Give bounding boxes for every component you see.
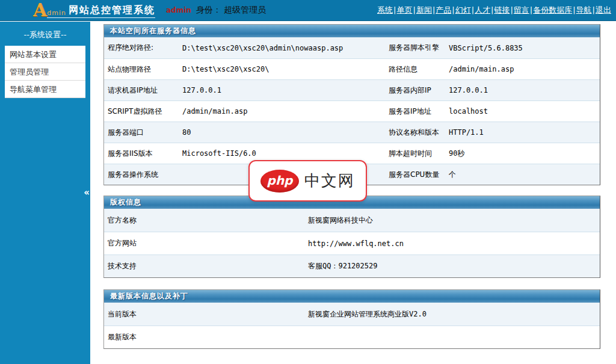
table-row: 服务器端口80协议名称和版本HTTP/1.1 xyxy=(104,122,600,143)
sidebar: --系统设置-- 网站基本设置管理员管理导航菜单管理 « xyxy=(0,22,90,364)
sidebar-menu: 网站基本设置管理员管理导航菜单管理 xyxy=(5,46,85,98)
nav-separator: | xyxy=(593,5,595,14)
row-label: 程序绝对路径: xyxy=(104,43,179,53)
table-row: 请求机器IP地址127.0.0.1服务器内部IP127.0.0.1 xyxy=(104,79,600,100)
row-value: D:\test\xsc20\xsc20\admin\nowaasp.asp xyxy=(179,44,385,52)
sidebar-item-2[interactable]: 导航菜单管理 xyxy=(5,81,85,98)
sidebar-item-1[interactable]: 管理员管理 xyxy=(5,63,85,81)
section-1: 版权信息官方名称新视窗网络科技中心官方网站http://www.wflq.net… xyxy=(103,196,600,278)
nav-separator: | xyxy=(452,5,454,14)
sidebar-item-0[interactable]: 网站基本设置 xyxy=(5,46,85,63)
row-value: http://www.wflq.net.cn xyxy=(304,239,600,248)
user-info: admin 身份： 超级管理员 xyxy=(166,5,266,16)
nav-separator: | xyxy=(510,5,513,14)
row-value: 新视窗企业网站管理系统商业版V2.0 xyxy=(304,309,600,319)
table-row: 当前版本新视窗企业网站管理系统商业版V2.0 xyxy=(104,303,600,325)
row-label: 服务器操作系统 xyxy=(104,170,179,180)
top-bar: A dmin 网站总控管理系统 admin 身份： 超级管理员 系统|单页|新闻… xyxy=(0,0,616,21)
php-logo-text: php xyxy=(267,174,293,188)
nav-separator: | xyxy=(413,5,415,14)
row-label: 当前版本 xyxy=(104,309,304,319)
php-logo-icon: php xyxy=(260,170,299,193)
row-label: 官方网站 xyxy=(104,238,304,248)
top-nav-link-7[interactable]: 留言 xyxy=(514,5,529,14)
sidebar-section-title: --系统设置-- xyxy=(0,22,90,46)
row-value: 90秒 xyxy=(445,149,600,159)
row-label: 服务器端口 xyxy=(104,128,179,138)
row-label: 技术支持 xyxy=(104,261,304,271)
row-value: 个 xyxy=(445,170,600,180)
row-label: 服务器内部IP xyxy=(385,85,445,96)
section-2: 最新版本信息以及补丁当前版本新视窗企业网站管理系统商业版V2.0最新版本 xyxy=(103,289,600,349)
table-row: SCRIPT虚拟路径/admin/main.asp服务器IP地址localhos… xyxy=(104,100,600,122)
nav-separator: | xyxy=(491,5,493,14)
row-label: 官方名称 xyxy=(104,215,304,226)
row-value: HTTP/1.1 xyxy=(445,128,600,137)
row-label: 服务器CPU数量 xyxy=(385,170,445,180)
table-row: 官方名称新视窗网络科技中心 xyxy=(104,209,600,232)
row-value: localhost xyxy=(445,107,600,116)
section-title: 最新版本信息以及补丁 xyxy=(104,290,600,303)
top-nav-link-8[interactable]: 备份数据库 xyxy=(533,5,572,14)
row-label: 服务器脚本引擎 xyxy=(385,43,445,53)
app-title: 网站总控管理系统 xyxy=(69,4,155,17)
nav-separator: | xyxy=(573,5,575,14)
nav-separator: | xyxy=(433,5,435,14)
row-label: 最新版本 xyxy=(104,332,304,342)
top-nav-link-0[interactable]: 系统 xyxy=(377,5,393,14)
identity-value: 超级管理员 xyxy=(224,5,266,16)
top-nav: 系统|单页|新闻|产品|幻灯|人才|链接|留言|备份数据库|导航|退出 xyxy=(377,5,611,16)
app-logo: A dmin 网站总控管理系统 xyxy=(33,2,155,18)
current-username: admin xyxy=(166,6,191,14)
identity-label: 身份： xyxy=(196,5,221,16)
row-value: /admin/main.asp xyxy=(179,107,385,116)
table-row: 程序绝对路径:D:\test\xsc20\xsc20\admin\nowaasp… xyxy=(104,37,600,58)
row-value: Microsoft-IIS/6.0 xyxy=(179,149,385,158)
nav-separator: | xyxy=(472,5,474,14)
sidebar-collapse-icon[interactable]: « xyxy=(84,188,90,197)
top-nav-link-4[interactable]: 幻灯 xyxy=(455,5,471,14)
php-cn-watermark: php 中文网 xyxy=(248,160,367,202)
table-row: 技术支持客服QQ：921202529 xyxy=(104,254,600,277)
top-nav-link-6[interactable]: 链接 xyxy=(494,5,510,14)
nav-separator: | xyxy=(530,5,532,14)
row-label: 服务器IIS版本 xyxy=(104,149,179,159)
row-label: 脚本超时时间 xyxy=(385,149,445,159)
row-value: VBScript/5.6.8835 xyxy=(445,44,600,52)
row-label: 请求机器IP地址 xyxy=(104,85,179,96)
logo-letter-a: A xyxy=(33,2,47,18)
nav-separator: | xyxy=(393,5,396,14)
logo-dmin-text: dmin xyxy=(47,9,66,17)
table-row: 最新版本 xyxy=(104,325,600,348)
top-nav-link-9[interactable]: 导航 xyxy=(576,5,592,14)
top-nav-link-5[interactable]: 人才 xyxy=(475,5,490,14)
section-title: 本站空间所在服务器信息 xyxy=(104,25,600,37)
top-nav-link-10[interactable]: 退出 xyxy=(596,5,611,14)
row-label: 服务器IP地址 xyxy=(385,106,445,117)
row-label: 路径信息 xyxy=(385,64,445,75)
top-nav-link-1[interactable]: 单页 xyxy=(396,5,412,14)
row-value: /admin/main.asp xyxy=(445,65,600,73)
table-row: 站点物理路径D:\test\xsc20\xsc20\路径信息/admin/mai… xyxy=(104,58,600,79)
watermark-text: 中文网 xyxy=(304,170,355,191)
row-value: D:\test\xsc20\xsc20\ xyxy=(179,65,385,73)
row-value: 127.0.0.1 xyxy=(445,86,600,94)
row-label: SCRIPT虚拟路径 xyxy=(104,106,179,117)
row-value: 80 xyxy=(179,128,385,137)
top-nav-link-2[interactable]: 新闻 xyxy=(416,5,432,14)
row-label: 协议名称和版本 xyxy=(385,128,445,138)
top-nav-link-3[interactable]: 产品 xyxy=(436,5,451,14)
row-value: 新视窗网络科技中心 xyxy=(304,215,600,226)
table-row: 官方网站http://www.wflq.net.cn xyxy=(104,232,600,254)
row-value: 127.0.0.1 xyxy=(179,86,385,94)
row-label: 站点物理路径 xyxy=(104,64,179,75)
row-value: 客服QQ：921202529 xyxy=(304,261,600,271)
